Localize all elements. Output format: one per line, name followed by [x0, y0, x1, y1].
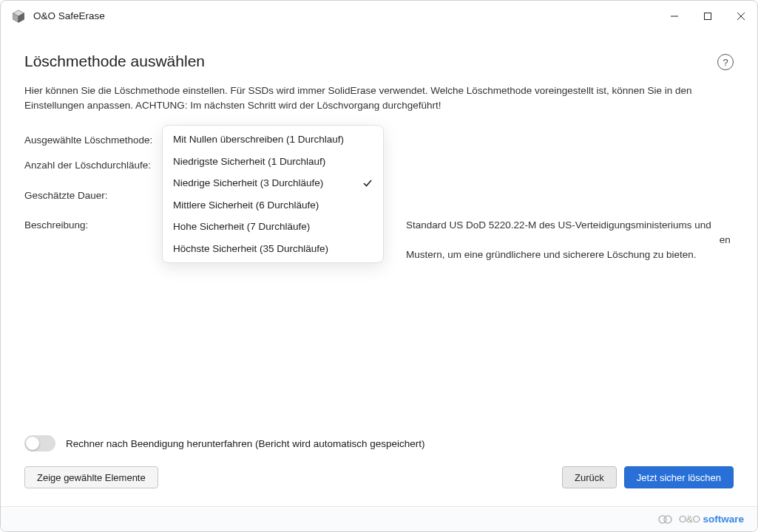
brand-text-1: O&O	[679, 514, 700, 525]
page-heading: Löschmethode auswählen	[24, 52, 205, 70]
brand-text-2: software	[703, 514, 744, 525]
shutdown-toggle[interactable]	[24, 435, 55, 451]
brand: O&O software	[658, 514, 744, 525]
minimize-button[interactable]	[657, 5, 691, 27]
app-title: O&O SafeErase	[33, 10, 105, 21]
titlebar: O&O SafeErase	[1, 1, 757, 32]
show-selected-button[interactable]: Zeige gewählte Elemente	[24, 466, 158, 488]
label-description: Beschreibung:	[24, 218, 162, 233]
method-dropdown[interactable]: Mit Nullen überschreiben (1 Durchlauf) N…	[162, 125, 384, 263]
maximize-button[interactable]	[691, 5, 724, 27]
svg-rect-4	[704, 13, 711, 19]
label-pass-count: Anzahl der Löschdurchläufe:	[24, 158, 162, 173]
method-option-4[interactable]: Hohe Sicherheit (7 Durchläufe)	[163, 216, 383, 238]
close-button[interactable]	[724, 5, 757, 27]
check-icon	[362, 178, 373, 188]
content-area: Löschmethode auswählen ? Hier können Sie…	[1, 32, 757, 435]
svg-point-8	[664, 516, 671, 523]
method-option-5[interactable]: Höchste Sicherheit (35 Durchläufe)	[163, 238, 383, 260]
footer: O&O software	[1, 506, 757, 531]
method-option-3[interactable]: Mittlere Sicherheit (6 Durchläufe)	[163, 194, 383, 216]
label-est-duration: Geschätzte Dauer:	[24, 188, 162, 203]
erase-now-button[interactable]: Jetzt sicher löschen	[624, 466, 734, 488]
window-controls	[657, 5, 757, 27]
back-button[interactable]: Zurück	[562, 466, 617, 488]
shutdown-toggle-label: Rechner nach Beendigung herunterfahren (…	[66, 438, 425, 449]
method-option-2[interactable]: Niedrige Sicherheit (3 Durchläufe)	[163, 172, 383, 194]
toggle-knob	[26, 437, 39, 450]
oo-logo-icon	[658, 514, 674, 525]
bottom-area: Rechner nach Beendigung herunterfahren (…	[1, 435, 757, 506]
help-button[interactable]: ?	[717, 54, 734, 70]
method-option-2-label: Niedrige Sicherheit (3 Durchläufe)	[173, 177, 323, 188]
app-icon	[11, 9, 26, 24]
method-option-1[interactable]: Niedrigste Sicherheit (1 Durchlauf)	[163, 151, 383, 173]
method-option-0[interactable]: Mit Nullen überschreiben (1 Durchlauf)	[163, 129, 383, 151]
page-description: Hier können Sie die Löschmethode einstel…	[24, 83, 720, 112]
label-selected-method: Ausgewählte Löschmethode:	[24, 133, 162, 148]
